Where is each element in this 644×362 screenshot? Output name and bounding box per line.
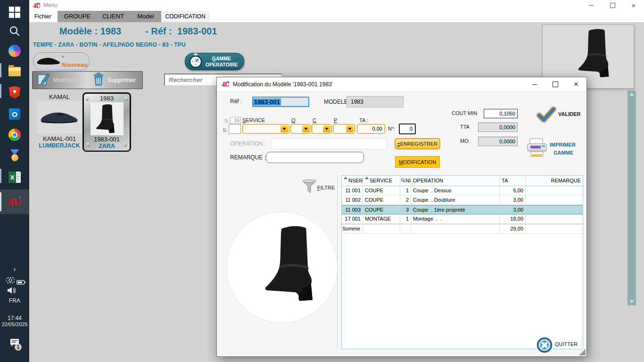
chevron-down-icon[interactable] (346, 125, 354, 132)
col-header-nser[interactable]: NSER (342, 176, 363, 186)
printer-icon[interactable] (526, 138, 548, 160)
modification-button[interactable]: MODIFICATION (395, 156, 440, 168)
gamme-label-line2: OPERATOIRE (206, 62, 238, 67)
num-input[interactable]: 0 (399, 123, 416, 134)
model-card-1983[interactable]: 1983 1983-001 ZARA (83, 92, 131, 152)
speaker-icon[interactable] (7, 287, 17, 296)
minimize-button[interactable] (524, 77, 545, 91)
operation-input[interactable] (272, 139, 387, 149)
chevron-down-icon[interactable] (281, 125, 288, 132)
menu-item-codification[interactable]: CODIFICATION (161, 11, 209, 22)
card-client: LUMBERJACK (36, 142, 83, 150)
boot-photo (263, 213, 324, 314)
trash-icon[interactable] (92, 72, 105, 88)
nouveau-button[interactable]: * Nouveau (33, 52, 90, 70)
p-label: P (334, 117, 337, 123)
shoe-icon (36, 55, 61, 68)
magnifier-icon (401, 178, 405, 183)
num-label: N°: (388, 126, 395, 132)
ref-label: Réf : (230, 98, 242, 105)
cout-min-input[interactable]: 0,1050 (484, 109, 518, 118)
brave-icon[interactable] (0, 83, 29, 102)
col-header-service[interactable]: SERVICE (363, 176, 400, 186)
menu-item-model[interactable]: Model (135, 11, 157, 22)
tray-expand-chevron[interactable]: › (0, 265, 29, 273)
ta-input[interactable]: 0,00 (357, 124, 385, 134)
ta-label: TA : (359, 117, 368, 123)
cast-icon[interactable] (6, 277, 15, 286)
maximize-button[interactable] (545, 77, 566, 91)
table-row-selected[interactable]: 11 003 COUPE 3 Coupe . 1ère propreté 3,0… (342, 205, 583, 214)
c-label: C (313, 117, 316, 123)
page-title-ref: - Réf : 1983-001 (145, 26, 217, 37)
imprimer-gamme-label-line1[interactable]: IMPRIMER (550, 142, 576, 148)
p-select[interactable] (333, 124, 355, 134)
minimize-button[interactable] (581, 0, 602, 11)
supprimer-button[interactable]: Supprimer (107, 77, 136, 83)
chrome-icon[interactable] (0, 125, 29, 144)
copilot-icon[interactable] (0, 41, 29, 60)
gamme-operatoire-button[interactable]: GAMME OPERATOIRE (185, 53, 244, 70)
gamme-label-line1: GAMME (212, 56, 231, 61)
filtre-label[interactable]: FILTRE (317, 185, 335, 190)
maximize-button[interactable] (602, 0, 623, 11)
service-select[interactable] (242, 124, 289, 134)
s-mini-field: 16 (230, 117, 241, 124)
enregistrer-button[interactable]: ± ENREGISTRER (395, 138, 440, 149)
clock-date[interactable]: 22/05/2025 (0, 321, 29, 327)
close-button[interactable]: × (623, 0, 644, 11)
valider-label[interactable]: VALIDER (558, 111, 580, 117)
search-icon[interactable] (0, 22, 29, 41)
ref-input[interactable]: 1983-001 (252, 97, 309, 107)
table-row[interactable]: 11 001 COUPE 1 Coupe . Dessus 5,00 (342, 186, 583, 196)
service-label: SERVICE (242, 117, 265, 123)
table-row[interactable]: 17 001 MONTAGE 1 Montage . . 18,00 (342, 214, 583, 224)
chevron-down-icon[interactable] (323, 125, 330, 132)
scroll-up-icon[interactable] (629, 93, 634, 96)
o-select[interactable] (290, 124, 311, 134)
rivet-icon (125, 97, 128, 101)
resize-grip[interactable] (579, 349, 586, 355)
stopwatch-icon (189, 53, 202, 70)
clock-time[interactable]: 17:44 (0, 315, 29, 321)
battery-icon[interactable] (17, 278, 26, 287)
close-button[interactable]: × (566, 77, 586, 91)
chevron-down-icon[interactable] (302, 125, 310, 132)
modifier-button[interactable]: Modifier (53, 77, 75, 83)
quitter-label[interactable]: QUITTER (555, 341, 578, 347)
col-header-ta[interactable]: TA (500, 176, 526, 186)
medal-icon[interactable] (0, 146, 29, 165)
excel-icon[interactable] (0, 168, 29, 187)
table-row[interactable]: 11 002 COUPE 2 Coupe . Doublure 3,00 (342, 196, 583, 205)
card-client: ZARA (84, 143, 130, 151)
windows-start-icon[interactable] (0, 3, 29, 22)
funnel-icon[interactable] (302, 179, 317, 196)
menu-item-groupe[interactable]: GROUPE (63, 11, 91, 22)
app-4u-icon[interactable]: 4U (0, 192, 29, 211)
remarque-input[interactable] (266, 152, 364, 163)
dialog-titlebar: 4U Modification du Modèle '1983-001 1983… (217, 77, 586, 92)
col-header-remarque[interactable]: REMARQUE (526, 176, 583, 186)
scroll-down-icon[interactable] (629, 300, 634, 303)
imprimer-gamme-label-line2[interactable]: GAMME (553, 150, 573, 156)
s-input[interactable] (229, 124, 241, 134)
sort-asc-icon (365, 177, 369, 179)
model-card-kamal[interactable]: KAMAL KAMAL-001 LUMBERJACK (36, 93, 83, 152)
card-image (91, 102, 124, 135)
edit-icon[interactable] (36, 72, 50, 88)
menu-item-fichier[interactable]: Fichier (29, 11, 57, 22)
somme-label: Somme (342, 224, 363, 234)
app-logo-icon: 4U (222, 81, 229, 88)
card-title: 1983 (84, 95, 130, 102)
vertical-scrollbar[interactable] (627, 90, 636, 305)
file-explorer-icon[interactable] (0, 62, 29, 81)
quitter-icon[interactable] (537, 337, 553, 355)
language-indicator[interactable]: FRA (0, 297, 29, 304)
c-select[interactable] (312, 124, 332, 134)
outlook-icon[interactable]: O (0, 105, 29, 123)
notification-badge: 1 (15, 344, 22, 351)
menu-item-client[interactable]: CLIENT (100, 11, 126, 22)
col-header-operation[interactable]: OPERATION (411, 176, 500, 186)
valider-check-icon[interactable] (537, 107, 556, 124)
col-header-num[interactable]: NUM (400, 176, 411, 186)
